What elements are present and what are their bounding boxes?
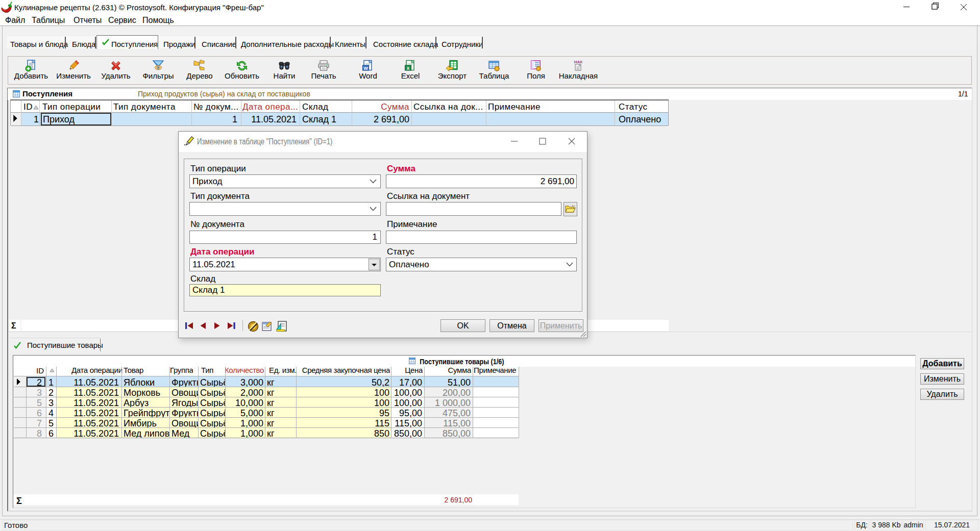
svg-text:X: X (406, 66, 409, 71)
svg-text:НАК: НАК (574, 60, 583, 64)
svg-text:W: W (363, 66, 368, 71)
